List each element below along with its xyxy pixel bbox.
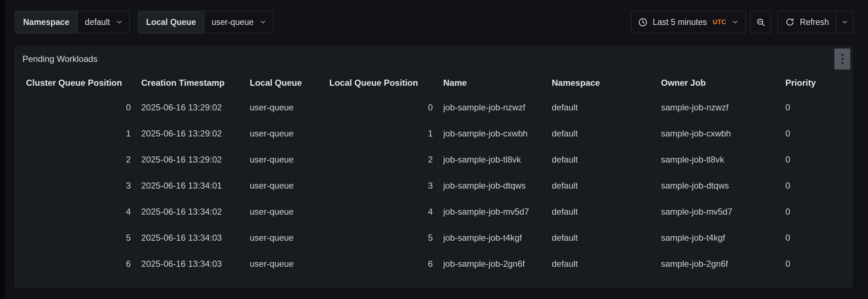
table-header-row: Cluster Queue PositionCreation Timestamp… <box>21 71 852 94</box>
cell-local_queue_position: 0 <box>324 94 438 121</box>
cell-namespace: default <box>546 251 656 277</box>
cell-priority: 0 <box>780 225 852 251</box>
chevron-down-icon <box>116 18 123 26</box>
zoom-out-time-range-button[interactable] <box>750 11 771 33</box>
pending-workloads-panel: Pending Workloads Cluster Queue Position… <box>15 46 852 287</box>
column-header-priority[interactable]: Priority <box>780 71 852 94</box>
variable-namespace-value: default <box>85 17 110 27</box>
chevron-down-icon <box>841 18 848 26</box>
panel-header: Pending Workloads <box>15 47 852 71</box>
time-range-picker-button[interactable]: Last 5 minutes UTC <box>631 11 746 33</box>
column-header-local_queue_position[interactable]: Local Queue Position <box>324 71 438 94</box>
column-header-namespace[interactable]: Namespace <box>546 71 656 94</box>
table-body: 02025-06-16 13:29:02user-queue0job-sampl… <box>21 94 852 277</box>
panel-menu-button[interactable] <box>834 49 850 70</box>
cell-cluster_queue_position: 4 <box>21 199 136 225</box>
refresh-button[interactable]: Refresh <box>778 11 836 33</box>
cell-creation_timestamp: 2025-06-16 13:34:01 <box>136 173 244 199</box>
cell-priority: 0 <box>780 147 852 173</box>
column-header-name[interactable]: Name <box>438 71 546 94</box>
table-row: 52025-06-16 13:34:03user-queue5job-sampl… <box>21 225 852 251</box>
cell-cluster_queue_position: 2 <box>21 147 136 173</box>
cell-namespace: default <box>546 173 656 199</box>
cell-owner_job: sample-job-tl8vk <box>656 147 780 173</box>
cell-name: job-sample-job-nzwzf <box>438 94 546 121</box>
cell-local_queue_position: 4 <box>324 199 438 225</box>
cell-local_queue: user-queue <box>244 251 324 277</box>
cell-namespace: default <box>546 94 656 121</box>
table-row: 32025-06-16 13:34:01user-queue3job-sampl… <box>21 173 852 199</box>
cell-local_queue: user-queue <box>244 173 324 199</box>
cell-owner_job: sample-job-t4kgf <box>656 225 780 251</box>
cell-cluster_queue_position: 0 <box>21 94 136 121</box>
cell-priority: 0 <box>780 251 852 277</box>
cell-owner_job: sample-job-2gn6f <box>656 251 780 277</box>
cell-creation_timestamp: 2025-06-16 13:29:02 <box>136 147 244 173</box>
table-row: 42025-06-16 13:34:02user-queue4job-sampl… <box>21 199 852 225</box>
cell-namespace: default <box>546 225 656 251</box>
zoom-out-minus-icon <box>756 17 766 27</box>
cell-local_queue_position: 2 <box>324 147 438 173</box>
refresh-split-button: Refresh <box>778 11 853 33</box>
column-header-local_queue[interactable]: Local Queue <box>244 71 324 94</box>
pending-workloads-table: Cluster Queue PositionCreation Timestamp… <box>21 71 852 277</box>
cell-local_queue: user-queue <box>244 94 324 121</box>
panel-title[interactable]: Pending Workloads <box>22 54 98 64</box>
chevron-down-icon <box>732 18 739 26</box>
cell-cluster_queue_position: 5 <box>21 225 136 251</box>
cell-creation_timestamp: 2025-06-16 13:34:02 <box>136 199 244 225</box>
cell-priority: 0 <box>780 173 852 199</box>
cell-local_queue: user-queue <box>244 121 324 147</box>
cell-name: job-sample-job-mv5d7 <box>438 199 546 225</box>
refresh-icon <box>785 17 795 27</box>
cell-name: job-sample-job-2gn6f <box>438 251 546 277</box>
cell-local_queue_position: 5 <box>324 225 438 251</box>
refresh-interval-dropdown[interactable] <box>836 11 853 33</box>
refresh-label: Refresh <box>800 17 829 27</box>
cell-local_queue: user-queue <box>244 225 324 251</box>
cell-local_queue_position: 1 <box>324 121 438 147</box>
cell-owner_job: sample-job-cxwbh <box>656 121 780 147</box>
cell-creation_timestamp: 2025-06-16 13:29:02 <box>136 94 244 121</box>
column-header-cluster_queue_position[interactable]: Cluster Queue Position <box>21 71 136 94</box>
variable-namespace-label: Namespace <box>15 11 78 33</box>
cell-namespace: default <box>546 199 656 225</box>
cell-owner_job: sample-job-mv5d7 <box>656 199 780 225</box>
cell-priority: 0 <box>780 121 852 147</box>
chevron-down-icon <box>259 18 267 26</box>
variable-namespace: Namespace default <box>15 11 130 33</box>
cell-cluster_queue_position: 3 <box>21 173 136 199</box>
column-header-owner_job[interactable]: Owner Job <box>656 71 780 94</box>
table-row: 02025-06-16 13:29:02user-queue0job-sampl… <box>21 94 852 121</box>
cell-name: job-sample-job-t4kgf <box>438 225 546 251</box>
cell-owner_job: sample-job-nzwzf <box>656 94 780 121</box>
cell-priority: 0 <box>780 94 852 121</box>
cell-owner_job: sample-job-dtqws <box>656 173 780 199</box>
cell-namespace: default <box>546 147 656 173</box>
cell-name: job-sample-job-tl8vk <box>438 147 546 173</box>
table-wrap: Cluster Queue PositionCreation Timestamp… <box>15 71 852 277</box>
column-header-creation_timestamp[interactable]: Creation Timestamp <box>136 71 244 94</box>
clock-icon <box>638 17 648 27</box>
variable-local-queue: Local Queue user-queue <box>138 11 273 33</box>
cell-namespace: default <box>546 121 656 147</box>
dashboard-toolbar: Namespace default Local Queue user-queue… <box>15 11 853 33</box>
time-range-label: Last 5 minutes <box>653 17 707 27</box>
cell-local_queue_position: 3 <box>324 173 438 199</box>
cell-cluster_queue_position: 6 <box>21 251 136 277</box>
variable-local-queue-value: user-queue <box>212 17 254 27</box>
variable-local-queue-select[interactable]: user-queue <box>204 11 273 33</box>
table-row: 62025-06-16 13:34:03user-queue6job-sampl… <box>21 251 852 277</box>
cell-creation_timestamp: 2025-06-16 13:34:03 <box>136 225 244 251</box>
cell-name: job-sample-job-cxwbh <box>438 121 546 147</box>
cell-name: job-sample-job-dtqws <box>438 173 546 199</box>
cell-local_queue_position: 6 <box>324 251 438 277</box>
cell-local_queue: user-queue <box>244 199 324 225</box>
window-edge <box>0 0 5 299</box>
variable-local-queue-label: Local Queue <box>138 11 204 33</box>
cell-priority: 0 <box>780 199 852 225</box>
cell-cluster_queue_position: 1 <box>21 121 136 147</box>
variable-namespace-select[interactable]: default <box>78 11 130 33</box>
cell-creation_timestamp: 2025-06-16 13:34:03 <box>136 251 244 277</box>
timezone-badge: UTC <box>712 18 726 26</box>
